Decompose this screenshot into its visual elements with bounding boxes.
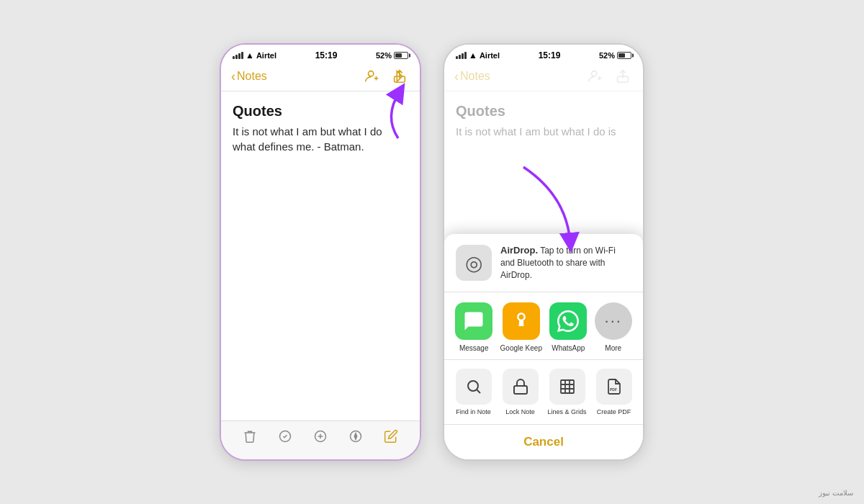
time-label: 15:19 (315, 50, 338, 60)
googlekeep-app-icon (503, 302, 540, 340)
note-body-left: It is not what I am but what I dowhat de… (233, 124, 408, 154)
svg-text:PDF: PDF (610, 387, 617, 392)
cancel-button[interactable]: Cancel (444, 425, 643, 459)
share-app-message[interactable]: Message (455, 302, 492, 352)
svg-point-16 (468, 381, 478, 391)
back-button[interactable]: ‹ Notes (231, 69, 267, 84)
find-in-note-icon (456, 369, 492, 405)
check-icon[interactable] (278, 428, 292, 448)
share-icon[interactable] (390, 66, 410, 86)
whatsapp-app-label: WhatsApp (552, 344, 585, 352)
back-label: Notes (237, 70, 267, 83)
lines-grids-label: Lines & Grids (547, 408, 586, 415)
battery-icon-right (617, 52, 631, 59)
bottom-toolbar-left (221, 420, 420, 459)
share-app-more[interactable]: ··· More (595, 302, 632, 352)
svg-point-12 (592, 71, 597, 76)
back-button-right: ‹ Notes (454, 69, 490, 84)
add-icon[interactable] (313, 428, 328, 448)
message-app-icon (455, 302, 492, 340)
status-left-right: ▲ Airtel (456, 50, 500, 60)
svg-marker-11 (354, 433, 356, 439)
battery-pct-right: 52% (599, 51, 615, 60)
trash-icon[interactable] (243, 428, 257, 448)
svg-rect-19 (561, 380, 574, 393)
create-pdf-icon: PDF (596, 369, 632, 405)
battery-icon (394, 52, 408, 59)
nav-bar-right: ‹ Notes (444, 63, 643, 91)
whatsapp-app-icon (549, 302, 587, 340)
share-app-googlekeep[interactable]: Google Keep (500, 302, 542, 352)
signal-bars (233, 52, 243, 59)
wifi-icon: ▲ (246, 50, 254, 60)
note-content-left: Quotes It is not what I am but what I do… (221, 91, 420, 420)
action-find-in-note[interactable]: Find in Note (453, 369, 495, 415)
edit-icon[interactable] (384, 428, 398, 448)
action-lines-grids[interactable]: Lines & Grids (546, 369, 588, 415)
right-phone: ▲ Airtel 15:19 52% ‹ Notes (443, 43, 644, 461)
more-dots: ··· (605, 312, 622, 330)
message-app-label: Message (459, 344, 489, 352)
note-title-left: Quotes (233, 103, 408, 120)
lines-grids-icon (549, 369, 585, 405)
create-pdf-label: Create PDF (597, 408, 631, 415)
add-person-icon-right (585, 66, 606, 86)
lock-note-label: Lock Note (505, 408, 535, 415)
share-icon-right (613, 66, 633, 86)
signal-bars-right (456, 52, 467, 59)
status-bar-left: ▲ Airtel 15:19 52% (221, 45, 420, 63)
more-app-icon: ··· (595, 302, 632, 340)
carrier-label-right: Airtel (480, 51, 500, 60)
fingerprint-icon: ◎ (465, 251, 482, 275)
back-label-right: Notes (460, 70, 490, 83)
googlekeep-app-label: Google Keep (500, 344, 542, 352)
airdrop-title: AirDrop. (500, 245, 538, 256)
action-lock-note[interactable]: Lock Note (500, 369, 541, 415)
status-right: 52% (376, 51, 408, 60)
more-app-label: More (605, 344, 621, 352)
airdrop-icon: ◎ (456, 245, 492, 281)
note-title-right: Quotes (456, 103, 631, 120)
carrier-label: Airtel (256, 51, 276, 60)
add-person-icon[interactable] (362, 66, 382, 86)
nav-actions-right (585, 66, 633, 86)
airdrop-text: AirDrop. Tap to turn on Wi-Fi and Blueto… (500, 244, 631, 282)
actions-row: Find in Note Lock Note (444, 360, 643, 425)
chevron-left-icon-right: ‹ (454, 69, 459, 84)
note-body-right: It is not what I am but what I do is (456, 124, 631, 139)
chevron-left-icon: ‹ (231, 69, 235, 84)
compass-icon[interactable] (348, 428, 363, 448)
find-in-note-label: Find in Note (456, 408, 491, 415)
lock-note-icon (503, 369, 539, 405)
watermark: سلامت نیوز (819, 489, 853, 497)
battery-pct: 52% (376, 51, 392, 60)
status-left: ▲ Airtel (233, 50, 276, 60)
time-label-right: 15:19 (539, 50, 561, 60)
nav-bar-left: ‹ Notes (221, 63, 420, 91)
status-bar-right: ▲ Airtel 15:19 52% (444, 45, 643, 63)
wifi-icon-right: ▲ (469, 50, 477, 60)
svg-line-17 (477, 390, 480, 394)
svg-point-0 (369, 71, 374, 76)
share-app-whatsapp[interactable]: WhatsApp (549, 302, 587, 352)
airdrop-section: ◎ AirDrop. Tap to turn on Wi-Fi and Blue… (444, 234, 643, 292)
svg-rect-18 (514, 386, 527, 394)
share-apps-row: Message Google Keep (444, 292, 643, 360)
share-sheet: ◎ AirDrop. Tap to turn on Wi-Fi and Blue… (444, 234, 643, 459)
left-phone: ▲ Airtel 15:19 52% ‹ Notes (220, 43, 421, 461)
nav-actions (362, 66, 410, 86)
status-right-right: 52% (599, 51, 631, 60)
action-create-pdf[interactable]: PDF Create PDF (593, 369, 635, 415)
